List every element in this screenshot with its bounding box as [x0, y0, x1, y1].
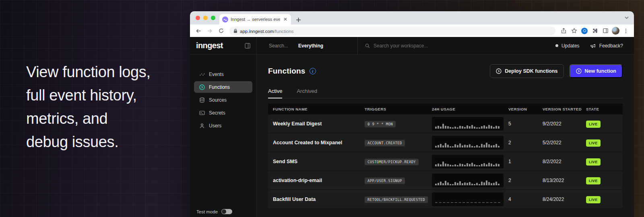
- usage-sparkline: [432, 155, 504, 168]
- zoom-window-button[interactable]: [211, 16, 215, 20]
- extensions-puzzle-icon[interactable]: [591, 27, 599, 35]
- back-icon[interactable]: [194, 27, 203, 35]
- version-started-value: 9/2/2022: [543, 121, 586, 127]
- sidebar-item-secrets[interactable]: Secrets: [194, 107, 252, 119]
- browser-menu-kebab-icon[interactable]: [622, 27, 630, 35]
- updates-link[interactable]: Updates: [555, 43, 580, 49]
- table-row[interactable]: Account Created to MixpanelACCOUNT.CREAT…: [268, 133, 623, 152]
- page-title: Functions: [268, 67, 305, 76]
- feedback-label: Feedback?: [599, 43, 623, 49]
- tab-active[interactable]: Active: [268, 88, 282, 98]
- col-function-name: FUNCTION NAME: [273, 107, 365, 111]
- browser-tab[interactable]: Inngest → serverless event-dri ✕: [219, 14, 291, 25]
- circle-play-icon: [576, 68, 582, 74]
- new-tab-icon[interactable]: [296, 17, 301, 23]
- sidebar-item-label: Secrets: [209, 110, 225, 116]
- table-header-row: FUNCTION NAME TRIGGERS 24H USAGE VERSION…: [268, 104, 623, 115]
- inngest-favicon: [222, 16, 228, 23]
- updates-dot-icon: [555, 44, 558, 47]
- url-host: app.inngest.com: [240, 29, 274, 34]
- workspace-search-placeholder: Search your workspace...: [374, 43, 428, 49]
- col-version: VERSION: [508, 107, 543, 111]
- trigger-badge: APP/USER.SIGNUP: [365, 178, 405, 184]
- forward-icon[interactable]: [205, 27, 214, 35]
- url-path: /functions: [274, 29, 293, 34]
- version-started-value: 5/2/2022: [543, 140, 586, 145]
- share-icon[interactable]: [559, 27, 568, 35]
- test-mode-label: Test mode: [196, 209, 218, 214]
- hero-line: full event history,: [26, 84, 151, 107]
- onepassword-extension-icon[interactable]: [580, 27, 588, 35]
- tab-search-chevron-icon[interactable]: [624, 15, 629, 20]
- functions-icon: [199, 84, 205, 90]
- new-function-button[interactable]: New function: [570, 64, 623, 78]
- usage-sparkline: [432, 174, 504, 187]
- events-icon: [199, 72, 205, 77]
- hero-line: metrics, and: [26, 107, 151, 130]
- version-started-value: 8/13/2022: [543, 178, 586, 183]
- usage-sparkline: [432, 192, 504, 206]
- version-started-value: 8/24/2022: [543, 197, 586, 202]
- reload-icon[interactable]: [217, 27, 225, 35]
- sidebar: EventsFunctionsSourcesSecretsUsers Test …: [190, 55, 257, 217]
- col-state: STATE: [586, 107, 623, 111]
- bookmark-star-icon[interactable]: [570, 27, 578, 35]
- feedback-link[interactable]: Feedback?: [590, 43, 623, 49]
- profile-avatar[interactable]: [612, 27, 619, 35]
- sidebar-item-label: Users: [209, 123, 221, 129]
- flatline-dashed: [435, 202, 500, 203]
- usage-sparkline: [432, 136, 504, 149]
- test-mode-toggle[interactable]: [221, 209, 232, 214]
- table-row[interactable]: Weekly Email Digest0 9 * * MON59/2/2022L…: [268, 115, 623, 133]
- search-label: Search...: [269, 43, 288, 49]
- sidebar-item-events[interactable]: Events: [194, 68, 252, 80]
- divider: [357, 37, 358, 54]
- version-started-value: 8/2/2022: [543, 159, 586, 164]
- close-window-button[interactable]: [196, 16, 200, 20]
- tab-title: Inngest → serverless event-dri: [231, 17, 280, 22]
- workspace-search-input[interactable]: Search your workspace...: [365, 43, 428, 49]
- address-bar[interactable]: app.inngest.com/functions: [229, 27, 555, 35]
- table-row[interactable]: Send SMSCUSTOMER/PICKUP.READY18/2/2022LI…: [268, 152, 623, 171]
- tab-close-icon[interactable]: ✕: [283, 16, 288, 22]
- version-value: 2: [508, 178, 543, 183]
- function-name: Account Created to Mixpanel: [273, 140, 365, 145]
- state-badge: LIVE: [586, 177, 601, 184]
- browser-window: Inngest → serverless event-dri ✕ app.inn…: [190, 11, 634, 217]
- state-badge: LIVE: [586, 139, 601, 147]
- search-scope-everything[interactable]: Everything: [298, 43, 323, 49]
- test-mode-control: Test mode: [196, 209, 232, 214]
- sidebar-item-label: Functions: [209, 84, 230, 90]
- state-badge: LIVE: [586, 158, 601, 166]
- sidebar-item-label: Events: [209, 72, 224, 77]
- sidebar-collapse-icon[interactable]: [245, 43, 250, 49]
- function-name: Backfill User Data: [273, 197, 365, 202]
- version-value: 5: [508, 121, 543, 127]
- trigger-badge: 0 9 * * MON: [365, 121, 396, 127]
- state-badge: LIVE: [586, 196, 601, 203]
- logo-zone: inngest: [190, 37, 257, 54]
- window-controls: [196, 16, 215, 20]
- trigger-badge: RETOOL/BACKFILL.REQUESTED: [365, 197, 428, 203]
- app-topbar: inngest Search... Everything Search your…: [190, 37, 634, 55]
- col-version-started: VERSION STARTED: [543, 107, 586, 111]
- tab-archived[interactable]: Archived: [297, 88, 317, 98]
- inngest-app: inngest Search... Everything Search your…: [190, 37, 634, 217]
- table-row[interactable]: activation-drip-emailAPP/USER.SIGNUP28/1…: [268, 171, 623, 190]
- info-icon[interactable]: i: [310, 68, 316, 74]
- trigger-badge: CUSTOMER/PICKUP.READY: [365, 159, 419, 165]
- global-search-bar[interactable]: Search... Everything Search your workspa…: [257, 37, 555, 54]
- side-panel-icon[interactable]: [601, 27, 609, 35]
- trigger-badge: ACCOUNT.CREATED: [365, 140, 405, 146]
- inngest-logo: inngest: [196, 41, 223, 50]
- sidebar-item-functions[interactable]: Functions: [194, 81, 252, 93]
- minimize-window-button[interactable]: [203, 16, 208, 20]
- sidebar-item-sources[interactable]: Sources: [194, 94, 252, 106]
- state-badge: LIVE: [586, 121, 601, 128]
- deploy-sdk-functions-button[interactable]: Deploy SDK functions: [490, 64, 564, 78]
- sidebar-item-users[interactable]: Users: [194, 120, 252, 131]
- topbar-right: Updates Feedback?: [555, 37, 634, 54]
- main-content: Functions i Deploy SDK functions: [257, 55, 634, 217]
- hero-line: debug issues.: [26, 130, 151, 154]
- table-row[interactable]: Backfill User DataRETOOL/BACKFILL.REQUES…: [268, 190, 623, 209]
